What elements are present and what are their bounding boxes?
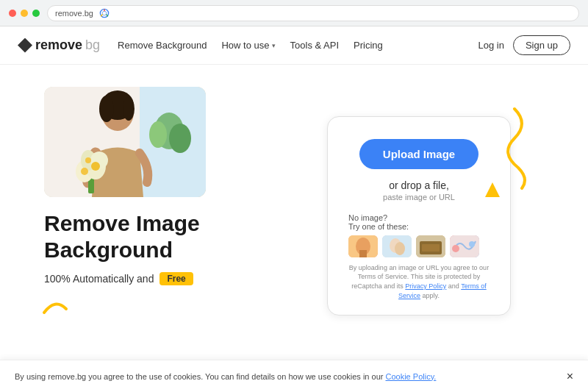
logo[interactable]: removebg: [18, 38, 100, 53]
sample-image-3[interactable]: [416, 235, 445, 257]
svg-point-9: [169, 124, 191, 153]
nav-how-to-use-label: How to use: [221, 40, 269, 51]
window-controls: [9, 10, 40, 17]
hero-subtitle: 100% Automatically and Free: [44, 272, 294, 285]
legal-apply: apply.: [423, 292, 440, 299]
sample-image-2[interactable]: [382, 235, 412, 257]
svg-point-21: [91, 162, 100, 171]
legal-and: and: [448, 282, 459, 290]
svg-point-20: [81, 168, 88, 175]
svg-rect-32: [422, 244, 440, 252]
decorative-squiggle: [478, 101, 537, 193]
svg-point-14: [123, 97, 135, 121]
svg-point-35: [469, 241, 475, 247]
nav-links: Remove Background How to use ▾ Tools & A…: [118, 40, 478, 51]
chevron-down-icon: ▾: [272, 42, 276, 49]
upload-section: Upload Image or drop a file, paste image…: [294, 87, 544, 345]
navbar: removebg Remove Background How to use ▾ …: [0, 26, 588, 65]
svg-point-10: [149, 121, 167, 148]
close-dot: [9, 10, 16, 17]
nav-remove-background-label: Remove Background: [118, 40, 207, 51]
svg-marker-23: [485, 182, 500, 197]
url-text: remove.bg: [55, 9, 93, 18]
svg-point-34: [452, 245, 459, 252]
svg-point-1: [102, 11, 107, 15]
svg-point-29: [395, 242, 405, 255]
privacy-policy-link[interactable]: Privacy Policy: [405, 282, 446, 290]
nav-remove-background[interactable]: Remove Background: [118, 40, 207, 51]
decorative-triangle: [485, 182, 500, 200]
nav-pricing[interactable]: Pricing: [354, 40, 383, 51]
nav-pricing-label: Pricing: [354, 40, 383, 51]
sample-header: No image? Try one of these:: [348, 213, 490, 231]
nav-auth: Log in Sign up: [478, 35, 570, 55]
hero-title: Remove Image Background: [44, 210, 294, 263]
svg-point-22: [85, 157, 91, 163]
nav-tools-api[interactable]: Tools & API: [290, 40, 339, 51]
hero-image: [44, 87, 206, 197]
paste-text: paste image or URL: [383, 193, 455, 202]
cookie-text: By using remove.bg you agree to the use …: [15, 372, 436, 381]
hero-section: Remove Image Background 100% Automatical…: [44, 87, 294, 345]
url-bar[interactable]: remove.bg: [47, 5, 579, 21]
free-badge: Free: [159, 272, 193, 285]
sample-image-4[interactable]: [450, 235, 479, 257]
logo-icon: [18, 38, 32, 53]
browser-chrome: remove.bg: [0, 0, 588, 26]
sample-image-1[interactable]: [348, 235, 378, 257]
main-content: Remove Image Background 100% Automatical…: [0, 65, 588, 360]
nav-tools-api-label: Tools & API: [290, 40, 339, 51]
legal-text: By uploading an image or URL you agree t…: [343, 263, 495, 300]
svg-line-3: [106, 14, 107, 16]
no-image-text: No image?: [348, 213, 387, 222]
chrome-icon: [99, 8, 110, 18]
decorative-bottom-squiggle: [37, 291, 74, 323]
cookie-policy-link[interactable]: Cookie Policy.: [386, 372, 437, 381]
cookie-close-button[interactable]: ×: [567, 370, 573, 383]
minimize-dot: [21, 10, 28, 17]
login-button[interactable]: Log in: [478, 40, 503, 51]
drop-text: or drop a file,: [389, 179, 449, 191]
nav-how-to-use[interactable]: How to use ▾: [221, 40, 275, 51]
svg-line-4: [101, 14, 102, 16]
upload-image-button[interactable]: Upload Image: [359, 139, 478, 169]
sample-section: No image? Try one of these:: [343, 213, 495, 257]
subtitle-text: 100% Automatically and: [44, 273, 154, 285]
cookie-bar: By using remove.bg you agree to the use …: [0, 360, 588, 392]
svg-rect-26: [359, 250, 367, 257]
svg-point-13: [99, 96, 114, 122]
sample-images: [348, 235, 490, 257]
logo-text: remove: [35, 38, 82, 53]
logo-suffix: bg: [85, 38, 100, 53]
signup-button[interactable]: Sign up: [513, 35, 570, 55]
try-text: Try one of these:: [348, 222, 409, 231]
maximize-dot: [32, 10, 40, 17]
